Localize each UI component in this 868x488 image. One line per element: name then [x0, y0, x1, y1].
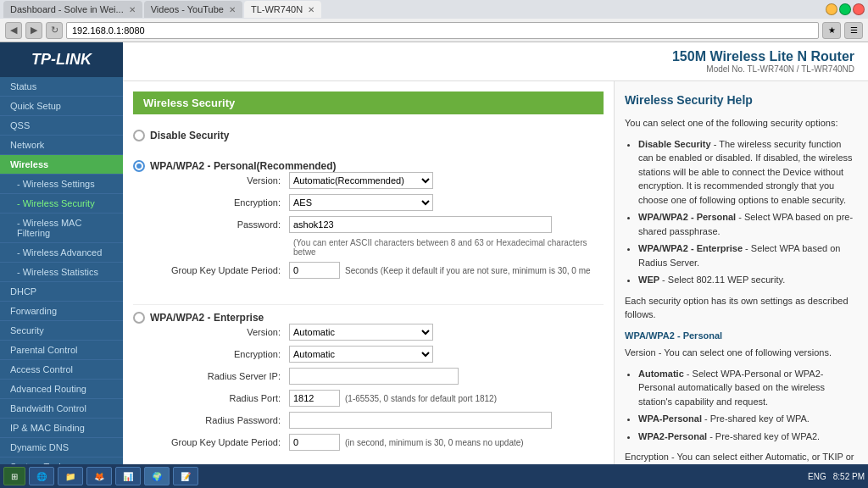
sidebar-item-forwarding[interactable]: Forwarding: [0, 302, 123, 321]
disable-security-option[interactable]: Disable Security: [133, 130, 229, 141]
help-item-disable: Disable Security - The wireless security…: [638, 137, 858, 208]
sidebar-item-wireless-stats[interactable]: - Wireless Statistics: [0, 263, 123, 282]
tab-close-youtube[interactable]: ✕: [229, 5, 236, 14]
radius-pwd-input[interactable]: [289, 412, 552, 429]
sidebar-item-dhcp[interactable]: DHCP: [0, 282, 123, 302]
ent-version-select[interactable]: Automatic WPA WPA2: [289, 324, 433, 341]
reload-button[interactable]: ↻: [46, 22, 63, 39]
router-title: 150M Wireless Lite N Router Model No. TL…: [672, 49, 854, 74]
wpa-personal-radio[interactable]: [133, 160, 145, 172]
help-automatic: Automatic - Select WPA-Personal or WPA2-…: [638, 367, 858, 409]
maximize-button[interactable]: [839, 3, 851, 15]
back-button[interactable]: ◀: [5, 22, 22, 39]
group-key-note: Seconds (Keep it default if you are not …: [345, 266, 591, 275]
ent-encryption-row: Encryption: Automatic TKIP AES: [153, 346, 552, 363]
router-name: 150M Wireless Lite N Router: [672, 49, 854, 64]
window-controls: [826, 3, 865, 15]
sidebar-header: TP-LINK: [0, 42, 123, 77]
sidebar-item-ip-mac[interactable]: IP & MAC Binding: [0, 419, 123, 438]
sidebar: TP-LINK Status Quick Setup QSS Network W…: [0, 42, 123, 488]
taskbar-time: 8:52 PM: [833, 472, 865, 481]
ent-encryption-label: Encryption:: [153, 349, 289, 359]
wpa-enterprise-option[interactable]: WPA/WPA2 - Enterprise: [133, 312, 264, 324]
password-input[interactable]: [289, 216, 552, 233]
minimize-button[interactable]: [826, 3, 837, 15]
wpa-personal-label: WPA/WPA2 - Personal(Recommended): [150, 160, 337, 172]
content-split: Wireless Security Disable Security WPA/W…: [123, 81, 868, 488]
tab-close-dashboard[interactable]: ✕: [129, 5, 136, 14]
group-key-input[interactable]: [289, 262, 340, 279]
wpa-enterprise-radio[interactable]: [133, 312, 145, 324]
start-button[interactable]: ⊞: [3, 467, 25, 485]
sidebar-item-network[interactable]: Network: [0, 136, 123, 155]
tab-router[interactable]: TL-WR740N ✕: [244, 1, 321, 18]
radius-port-label: Radius Port:: [153, 393, 289, 403]
taskbar-app2[interactable]: 📝: [173, 467, 198, 485]
radius-port-note: (1-65535, 0 stands for default port 1812…: [345, 394, 497, 403]
help-item-wpa-personal: WPA/WPA2 - Personal - Select WPA based o…: [638, 210, 858, 238]
sidebar-item-qss[interactable]: QSS: [0, 116, 123, 136]
wpa-personal-option[interactable]: WPA/WPA2 - Personal(Recommended): [133, 160, 337, 172]
encryption-select[interactable]: AES TKIP Automatic: [289, 194, 433, 211]
main-panel: Wireless Security Disable Security WPA/W…: [123, 81, 614, 488]
ent-group-key-input[interactable]: [289, 434, 340, 451]
group-key-row: Group Key Update Period: Seconds (Keep i…: [153, 262, 604, 279]
taskbar-firefox[interactable]: 🦊: [86, 467, 112, 485]
ent-version-label: Version:: [153, 327, 289, 337]
help-note: Each security option has its own setting…: [625, 294, 858, 322]
taskbar-chrome[interactable]: 🌍: [144, 467, 170, 485]
taskbar: ⊞ 🌐 📁 🦊 📊 🌍 📝 ENG 8:52 PM: [0, 464, 868, 488]
radius-ip-row: Radius Server IP:: [153, 368, 552, 385]
forward-button[interactable]: ▶: [25, 22, 42, 39]
disable-security-label: Disable Security: [150, 130, 229, 141]
bookmark-button[interactable]: ★: [822, 22, 841, 39]
router-model: Model No. TL-WR740N / TL-WR740ND: [672, 64, 854, 74]
version-select[interactable]: Automatic(Recommended) WPA-Personal WPA2…: [289, 172, 433, 189]
encryption-label: Encryption:: [153, 197, 289, 208]
ent-encryption-select[interactable]: Automatic TKIP AES: [289, 346, 433, 363]
taskbar-right: ENG 8:52 PM: [808, 472, 865, 481]
sidebar-item-wireless-settings[interactable]: - Wireless Settings: [0, 175, 123, 194]
browser-chrome: Dashboard - Solve in Wei... ✕ Videos - Y…: [0, 0, 868, 42]
sidebar-item-parental[interactable]: Parental Control: [0, 341, 123, 360]
version-row: Version: Automatic(Recommended) WPA-Pers…: [153, 172, 604, 189]
browser-toolbar: ◀ ▶ ↻ ★ ☰: [0, 19, 868, 42]
sidebar-item-access[interactable]: Access Control: [0, 360, 123, 380]
tab-youtube[interactable]: Videos - YouTube ✕: [144, 1, 242, 18]
help-wpa2-personal-li: WPA2-Personal - Pre-shared key of WPA2.: [638, 430, 858, 444]
help-panel: Wireless Security Help You can select on…: [614, 81, 868, 488]
radius-ip-label: Radius Server IP:: [153, 371, 289, 381]
help-version: Version - You can select one of followin…: [625, 346, 858, 360]
close-button[interactable]: [853, 3, 865, 15]
ent-group-key-label: Group Key Update Period:: [153, 437, 289, 447]
main-content: TP-LINK Status Quick Setup QSS Network W…: [0, 42, 868, 488]
settings-button[interactable]: ☰: [844, 22, 863, 39]
taskbar-app1[interactable]: 📊: [115, 467, 141, 485]
sidebar-item-dns[interactable]: Dynamic DNS: [0, 438, 123, 458]
sidebar-item-routing[interactable]: Advanced Routing: [0, 380, 123, 399]
group-key-label: Group Key Update Period:: [153, 265, 289, 275]
taskbar-folder[interactable]: 📁: [58, 467, 83, 485]
ent-group-key-note: (in second, minimum is 30, 0 means no up…: [345, 438, 524, 447]
radius-port-row: Radius Port: (1-65535, 0 stands for defa…: [153, 390, 552, 407]
disable-security-radio[interactable]: [133, 130, 145, 141]
sidebar-item-security[interactable]: Security: [0, 321, 123, 341]
sidebar-item-quick-setup[interactable]: Quick Setup: [0, 97, 123, 116]
sidebar-item-wireless-advanced[interactable]: - Wireless Advanced: [0, 243, 123, 263]
sidebar-item-wireless-security[interactable]: - Wireless Security: [0, 194, 123, 214]
help-list: Disable Security - The wireless security…: [638, 137, 858, 287]
address-bar[interactable]: [66, 22, 819, 39]
radius-port-input[interactable]: [289, 390, 340, 407]
sidebar-item-status[interactable]: Status: [0, 77, 123, 97]
tab-close-router[interactable]: ✕: [308, 5, 314, 14]
sidebar-item-bandwidth[interactable]: Bandwidth Control: [0, 399, 123, 419]
sidebar-item-wireless-mac[interactable]: - Wireless MAC Filtering: [0, 214, 123, 243]
wpa-enterprise-label: WPA/WPA2 - Enterprise: [150, 312, 264, 324]
tab-dashboard[interactable]: Dashboard - Solve in Wei... ✕: [3, 1, 142, 18]
radius-ip-input[interactable]: [289, 368, 459, 385]
router-header: 150M Wireless Lite N Router Model No. TL…: [123, 42, 868, 81]
radius-pwd-label: Radius Password:: [153, 415, 289, 425]
help-version-list: Automatic - Select WPA-Personal or WPA2-…: [638, 367, 858, 444]
sidebar-item-wireless[interactable]: Wireless: [0, 155, 123, 175]
taskbar-ie[interactable]: 🌐: [29, 467, 54, 485]
